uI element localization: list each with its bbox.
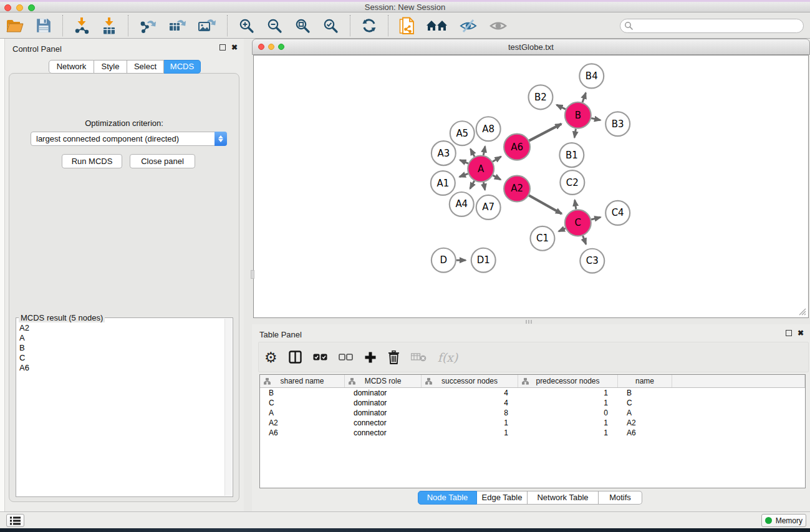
result-item[interactable]: B: [17, 343, 224, 353]
zoom-in-button[interactable]: [234, 16, 259, 36]
node-table[interactable]: shared nameMCDS rolesuccessor nodesprede…: [259, 374, 806, 488]
table-cell[interactable]: B: [260, 389, 345, 397]
tab-select[interactable]: Select: [127, 60, 164, 74]
create-column-button[interactable]: [364, 351, 377, 364]
new-network-from-file-button[interactable]: [395, 16, 418, 36]
optimization-criterion-dropdown[interactable]: largest connected component (directed): [31, 132, 227, 146]
export-table-button[interactable]: [165, 16, 190, 36]
edge-B-B2[interactable]: [557, 105, 566, 109]
edge-A-A8[interactable]: [483, 147, 485, 155]
node-C2[interactable]: C2: [560, 170, 584, 195]
node-B[interactable]: B: [565, 102, 591, 128]
node-A1[interactable]: A1: [431, 171, 455, 195]
dock-divider-grip[interactable]: [251, 270, 254, 279]
column-header-predecessor-nodes[interactable]: predecessor nodes: [518, 375, 618, 387]
table-cell[interactable]: 8: [422, 409, 518, 417]
show-graphics-details-button[interactable]: [485, 17, 511, 34]
tab-node-table[interactable]: Node Table: [418, 491, 477, 505]
table-cell[interactable]: dominator: [345, 409, 422, 417]
table-cell[interactable]: 4: [422, 389, 518, 397]
table-cell[interactable]: 1: [422, 418, 518, 427]
table-cell[interactable]: C: [618, 399, 672, 407]
network-window-titlebar[interactable]: testGlobe.txt: [252, 39, 810, 55]
edge-A-A6[interactable]: [493, 157, 501, 162]
table-cell[interactable]: 0: [518, 409, 618, 417]
table-row[interactable]: Bdominator41B: [260, 388, 805, 398]
node-A8[interactable]: A8: [476, 117, 501, 141]
table-settings-button[interactable]: ⚙: [264, 350, 277, 365]
refresh-button[interactable]: [357, 16, 381, 35]
table-cell[interactable]: A6: [260, 428, 345, 437]
table-cell[interactable]: connector: [345, 418, 422, 427]
hide-panel-button[interactable]: [455, 17, 481, 35]
table-cell[interactable]: 1: [518, 418, 618, 427]
column-header-MCDS-role[interactable]: MCDS role: [345, 375, 422, 387]
import-table-button[interactable]: [97, 16, 121, 36]
float-panel-icon[interactable]: [219, 44, 226, 51]
node-A[interactable]: A: [468, 156, 494, 182]
float-panel-icon[interactable]: [786, 330, 792, 336]
node-C1[interactable]: C1: [531, 226, 555, 251]
table-cell[interactable]: 1: [518, 389, 618, 397]
import-network-button[interactable]: [70, 16, 94, 36]
node-C3[interactable]: C3: [580, 249, 604, 273]
node-B2[interactable]: B2: [529, 85, 553, 109]
node-C[interactable]: C: [565, 210, 591, 236]
node-A5[interactable]: A5: [450, 121, 475, 145]
node-B3[interactable]: B3: [605, 112, 630, 136]
tab-style[interactable]: Style: [94, 60, 127, 74]
edge-A-A1[interactable]: [460, 173, 468, 177]
table-cell[interactable]: 1: [518, 399, 618, 407]
node-D[interactable]: D: [432, 248, 456, 273]
tab-edge-table[interactable]: Edge Table: [477, 491, 528, 505]
network-canvas[interactable]: B4B2BB3A8A5A6A3B1AC2A1A2A4A7C4CC1C3DD1: [253, 55, 809, 318]
edge-C-C1[interactable]: [559, 228, 566, 231]
node-C4[interactable]: C4: [605, 201, 630, 225]
table-cell[interactable]: A2: [260, 418, 345, 427]
edge-B-B3[interactable]: [591, 118, 600, 120]
edge-C-C2[interactable]: [575, 200, 576, 210]
node-A3[interactable]: A3: [432, 141, 456, 165]
run-mcds-button[interactable]: Run MCDS: [62, 154, 122, 168]
save-session-button[interactable]: [32, 16, 55, 35]
edge-A-A7[interactable]: [483, 182, 485, 190]
tab-mcds[interactable]: MCDS: [164, 60, 201, 74]
table-row[interactable]: Cdominator41C: [260, 398, 805, 408]
table-cell[interactable]: 4: [422, 399, 518, 407]
table-cell[interactable]: C: [260, 399, 345, 407]
edge-B-B4[interactable]: [582, 93, 586, 102]
node-A2[interactable]: A2: [504, 176, 530, 202]
table-row[interactable]: Adominator80A: [260, 408, 805, 418]
node-A6[interactable]: A6: [504, 134, 530, 160]
edge-A-A3[interactable]: [460, 160, 468, 164]
edge-A-A5[interactable]: [471, 149, 475, 157]
window-resize-grip[interactable]: [798, 307, 806, 316]
node-A4[interactable]: A4: [450, 192, 474, 216]
task-history-button[interactable]: [6, 514, 24, 527]
edge-A6-B[interactable]: [529, 124, 562, 141]
select-all-button[interactable]: [313, 354, 327, 360]
table-cell[interactable]: A: [618, 409, 672, 417]
column-header-successor-nodes[interactable]: successor nodes: [422, 375, 518, 387]
tab-network[interactable]: Network: [49, 60, 94, 74]
table-cell[interactable]: dominator: [345, 389, 422, 397]
delete-column-button[interactable]: [388, 351, 400, 364]
function-builder-button[interactable]: f(x): [438, 351, 458, 364]
show-columns-button[interactable]: [289, 351, 302, 364]
tab-motifs[interactable]: Motifs: [599, 491, 642, 505]
table-cell[interactable]: B: [618, 389, 672, 397]
close-panel-icon[interactable]: ✖: [231, 44, 238, 51]
edge-B-B1[interactable]: [574, 128, 576, 137]
edge-A-A4[interactable]: [470, 181, 475, 189]
table-cell[interactable]: A: [260, 409, 345, 417]
zoom-fit-button[interactable]: [291, 16, 315, 36]
home-button[interactable]: [422, 17, 451, 34]
table-cell[interactable]: A6: [618, 428, 672, 437]
zoom-out-button[interactable]: [263, 16, 287, 36]
export-network-button[interactable]: [135, 16, 161, 36]
node-B4[interactable]: B4: [579, 64, 604, 88]
result-item[interactable]: A: [17, 333, 224, 343]
open-session-button[interactable]: [2, 16, 28, 36]
table-cell[interactable]: dominator: [345, 399, 422, 407]
result-item[interactable]: A2: [17, 323, 224, 333]
